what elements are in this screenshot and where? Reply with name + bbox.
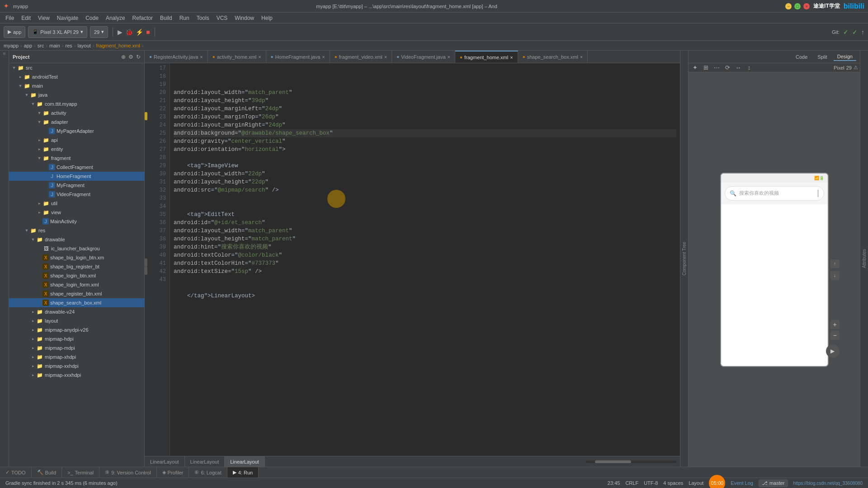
editor-tab-shape-search[interactable]: ● shape_search_box.xml × <box>518 51 588 63</box>
event-log-btn[interactable]: Event Log <box>731 480 753 486</box>
right-tab-code[interactable]: Code <box>792 53 811 61</box>
device-nav-down[interactable]: ↓ <box>830 271 840 280</box>
breadcrumb-res[interactable]: res <box>66 43 72 48</box>
editor-tab-register[interactable]: ● RegisterActivity.java × <box>145 51 208 63</box>
editor-tab-videofragment[interactable]: ● VideoFragment.java × <box>392 51 455 63</box>
close-tab-icon[interactable]: × <box>200 54 203 60</box>
tree-item-mipmap-xxhdpi[interactable]: ▸📁mipmap-xxhdpi <box>9 361 144 371</box>
device-nav-up[interactable]: ↑ <box>830 259 840 268</box>
code-content[interactable]: android:layout_width="match_parent" andr… <box>170 63 680 456</box>
tree-item-res[interactable]: ▼📁res <box>9 226 144 235</box>
tree-item-HomeFragment[interactable]: JHomeFragment <box>9 172 144 181</box>
code-line-24[interactable]: android:orientation="horizontal"> <box>174 145 676 154</box>
close-tab-icon-5[interactable]: × <box>448 54 450 60</box>
menu-build[interactable]: Build <box>156 14 176 22</box>
breadcrumb-src[interactable]: src <box>38 43 44 48</box>
status-url[interactable]: https://blog.csdn.net/qq_33608080 <box>793 481 863 486</box>
tree-item-drawable[interactable]: ▼📁drawable <box>9 235 144 244</box>
status-orange-circle[interactable]: 05:00 <box>709 475 725 488</box>
menu-window[interactable]: Window <box>231 14 258 22</box>
code-line-40[interactable] <box>174 276 676 284</box>
code-line-18[interactable]: android:layout_height="39dp" <box>174 97 676 105</box>
tree-item-drawable-v24[interactable]: ▸📁drawable-v24 <box>9 307 144 316</box>
run-icon[interactable]: ▶ <box>118 28 123 36</box>
tree-item-shape_big_register_bt[interactable]: Xshape_big_register_bt <box>9 262 144 271</box>
menu-view[interactable]: View <box>34 14 53 22</box>
tree-item-mipmap-xhdpi[interactable]: ▸📁mipmap-xhdpi <box>9 352 144 361</box>
tree-item-mipmap-hdpi[interactable]: ▸📁mipmap-hdpi <box>9 334 144 343</box>
left-icon-project[interactable]: ≡ <box>2 52 7 55</box>
tree-item-adapter[interactable]: ▼📁adapter <box>9 117 144 127</box>
tree-item-mipmap-mdpi[interactable]: ▸📁mipmap-mdpi <box>9 343 144 352</box>
debug-icon[interactable]: 🐞 <box>125 28 133 36</box>
close-tab-icon-7[interactable]: × <box>580 54 583 60</box>
palette-icon-2[interactable]: ⊞ <box>701 64 710 71</box>
code-line-39[interactable]: android:textSize="15sp" /> <box>174 267 676 276</box>
palette-icon-6[interactable]: ↕ <box>745 64 754 71</box>
maximize-button[interactable]: □ <box>794 3 801 9</box>
menu-edit[interactable]: Edit <box>18 14 34 22</box>
code-line-28[interactable]: android:layout_height="22dp" <box>174 178 676 186</box>
horizontal-scrollbar[interactable] <box>586 460 676 463</box>
menu-refactor[interactable]: Refactor <box>129 14 156 22</box>
profile-icon[interactable]: ⚡ <box>136 28 143 36</box>
code-editor[interactable]: 1718192021222324252627282930313233343536… <box>145 63 680 456</box>
menu-analyze[interactable]: Analyze <box>102 14 129 22</box>
git-push-icon[interactable]: ↑ <box>861 28 864 36</box>
tree-item-androidTest[interactable]: ▸📁androidTest <box>9 72 144 81</box>
editor-tab-homefragment[interactable]: ● HomeFragment.java × <box>266 51 330 63</box>
code-line-32[interactable]: <tag">EditText <box>174 211 676 219</box>
menu-help[interactable]: Help <box>258 14 276 22</box>
sidebar-icon-gear[interactable]: ⚙ <box>128 54 133 60</box>
tree-item-layout[interactable]: ▸📁layout <box>9 316 144 325</box>
zoom-out-button[interactable]: − <box>830 331 840 340</box>
bottom-tab-todo[interactable]: ✓ TODO <box>0 467 32 478</box>
tree-item-view[interactable]: ▸📁view <box>9 208 144 217</box>
stop-icon[interactable]: ■ <box>146 28 150 36</box>
code-line-21[interactable]: android:layout_marginRight="24dp" <box>174 121 676 129</box>
scrollbar-thumb[interactable] <box>595 460 631 463</box>
bottom-tab-terminal[interactable]: >_ Terminal <box>62 467 99 478</box>
close-button[interactable]: × <box>803 3 810 9</box>
code-line-41[interactable] <box>174 284 676 292</box>
tree-item-ic_launcher_backgrou[interactable]: 🖼ic_launcher_backgrou <box>9 244 144 253</box>
code-line-20[interactable]: android:layout_marginTop="26dp" <box>174 113 676 121</box>
code-line-29[interactable]: android:src="@mipmap/search" /> <box>174 186 676 194</box>
code-line-37[interactable]: android:textColor="@color/black" <box>174 251 676 259</box>
device-play-button[interactable]: ▶ <box>826 344 840 358</box>
minimize-button[interactable]: − <box>785 3 792 9</box>
tree-item-java[interactable]: ▼📁java <box>9 90 144 99</box>
menu-file[interactable]: File <box>2 14 18 22</box>
tree-item-MyPagerAdapter[interactable]: JMyPagerAdapter <box>9 127 144 136</box>
sidebar-icon-sync[interactable]: ↻ <box>136 54 141 60</box>
toolbar-device-btn[interactable]: 📱 Pixel 3 XL API 29 ▾ <box>28 26 87 38</box>
git-check-icon[interactable]: ✓ <box>843 28 849 36</box>
tree-item-shape_register_btn.xml[interactable]: Xshape_register_btn.xml <box>9 289 144 298</box>
editor-bottom-tab-2[interactable]: LinearLayout <box>185 456 225 467</box>
tree-item-MainActivity[interactable]: JMainActivity <box>9 217 144 226</box>
code-line-19[interactable]: android:layout_marginLeft="24dp" <box>174 105 676 113</box>
code-line-42[interactable]: </tag">LinearLayout> <box>174 292 676 300</box>
tree-item-shape_search_box.xml[interactable]: Xshape_search_box.xml <box>9 298 144 307</box>
tree-item-api[interactable]: ▸📁api <box>9 136 144 145</box>
palette-icon-5[interactable]: ↔ <box>734 64 743 71</box>
menu-run[interactable]: Run <box>176 14 193 22</box>
editor-tab-fragment-home[interactable]: ● fragment_home.xml × <box>455 51 518 63</box>
tree-item-main[interactable]: ▼📁main <box>9 81 144 90</box>
git-update-icon[interactable]: ✓ <box>852 28 858 36</box>
editor-tab-activity-home[interactable]: ● activity_home.xml × <box>208 51 266 63</box>
code-line-25[interactable] <box>174 154 676 162</box>
bottom-tab-vcs[interactable]: ⑨ 9: Version Control <box>99 467 156 478</box>
code-line-33[interactable]: android:id="@+id/et_search" <box>174 219 676 227</box>
tree-item-fragment[interactable]: ▼📁fragment <box>9 154 144 163</box>
bottom-tab-run[interactable]: ▶ 4: Run <box>227 467 259 478</box>
code-line-17[interactable]: android:layout_width="match_parent" <box>174 89 676 97</box>
code-line-23[interactable]: android:gravity="center_vertical" <box>174 137 676 145</box>
code-line-43[interactable] <box>174 300 676 308</box>
tree-item-com.ttit.myapp[interactable]: ▼📁com.ttit.myapp <box>9 99 144 108</box>
tree-item-src[interactable]: ▼📁src <box>9 63 144 72</box>
title-bar-controls[interactable]: − □ × <box>785 3 810 9</box>
bottom-tab-profiler[interactable]: ◈ Profiler <box>157 467 189 478</box>
toolbar-api-btn[interactable]: 29 ▾ <box>90 26 108 38</box>
tree-item-activity[interactable]: ▼📁activity <box>9 108 144 117</box>
